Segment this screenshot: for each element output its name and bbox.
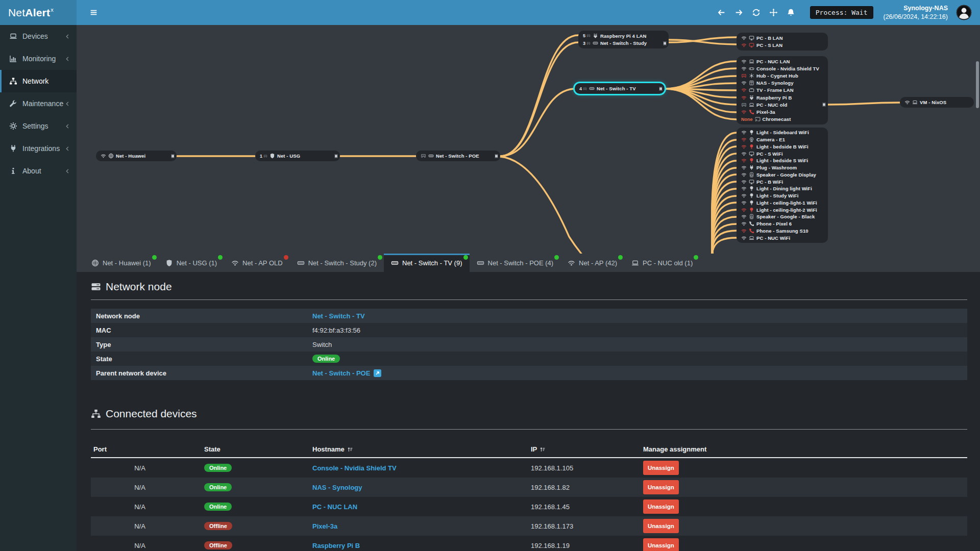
topology-node-tv-frame-lan[interactable]: TV - Frame LAN xyxy=(737,87,828,94)
fullscreen-move-button[interactable] xyxy=(766,5,781,20)
tab-net-huawei-1[interactable]: Net - Huawei (1) xyxy=(84,254,158,272)
sidebar-item-network[interactable]: Network xyxy=(0,70,77,92)
sidebar-item-label: Settings xyxy=(22,122,48,130)
host-name: Synology-NAS xyxy=(884,4,948,12)
back-arrow-button[interactable] xyxy=(714,5,729,20)
topology-node-chromecast[interactable]: NoneChromecast xyxy=(737,116,828,123)
hostname-link[interactable]: Pixel-3a xyxy=(312,522,337,530)
topology-node-light-study-wifi[interactable]: Light - Study WiFi xyxy=(737,192,828,199)
topology-node-light-dining-light-wifi[interactable]: Light - Dining light WiFi xyxy=(737,185,828,192)
topology-node-pc-s-lan[interactable]: PC - S LAN xyxy=(737,42,828,49)
topology-node-light-sideboard-wifi[interactable]: Light - Sideboard WiFi xyxy=(737,129,828,136)
topology-node-net-usg[interactable]: 1Net - USG xyxy=(255,151,340,161)
topology-node-speaker-google-display[interactable]: Speaker - Google Display xyxy=(737,171,828,179)
topology-node-raspberry-pi-b[interactable]: Raspberry Pi B xyxy=(737,94,828,101)
node-connector xyxy=(495,154,498,158)
unassign-button[interactable]: Unassign xyxy=(643,480,679,494)
sidebar-item-settings[interactable]: Settings xyxy=(0,115,77,137)
ethernet-port-icon xyxy=(263,154,267,158)
node-connector xyxy=(663,41,667,45)
topology-node-pc-nuc-lan[interactable]: PC - NUC LAN xyxy=(737,58,828,65)
device-label: PC - B WiFi xyxy=(756,179,783,185)
topology-node-pc-b-lan[interactable]: PC - B LAN xyxy=(737,34,828,42)
hostname-link[interactable]: NAS - Synology xyxy=(312,484,362,491)
topology-node-phone-pixel-6[interactable]: Phone - Pixel 6 xyxy=(737,220,828,228)
topology-node-plug-washroom[interactable]: Plug - Washroom xyxy=(737,164,828,171)
sidebar-item-monitoring[interactable]: Monitoring xyxy=(0,47,77,70)
chevron-left-icon xyxy=(65,34,70,39)
topology-node-phone-samsung-s10[interactable]: Phone - Samsung S10 xyxy=(737,228,828,235)
topology-node-net-switch-poe[interactable]: Net - Switch - POE xyxy=(416,151,500,161)
hostname-link[interactable]: Raspberry Pi B xyxy=(312,542,360,549)
status-dot-green xyxy=(378,255,382,260)
sidebar-item-integrations[interactable]: Integrations xyxy=(0,137,77,160)
unassign-button[interactable]: Unassign xyxy=(643,461,679,475)
device-label: Plug - Washroom xyxy=(756,165,797,170)
sidebar-item-devices[interactable]: Devices xyxy=(0,25,77,47)
unassign-button[interactable]: Unassign xyxy=(643,519,679,533)
sidebar-item-about[interactable]: About xyxy=(0,160,77,182)
shield-icon xyxy=(165,259,173,267)
topology-node-light-ceiling-light-1-wifi[interactable]: Light - ceiling-light-1 WiFi xyxy=(737,199,828,207)
tab-net-usg-1[interactable]: Net - USG (1) xyxy=(158,254,224,272)
hostname-link[interactable]: Console - Nvidia Shield TV xyxy=(312,464,397,472)
tab-net-switch-tv-9[interactable]: Net - Switch - TV (9) xyxy=(384,254,470,272)
topology-node-console-nvidia-shield-tv[interactable]: Console - Nvidia Shield TV xyxy=(737,65,828,72)
app-logo[interactable]: NetAlertx xyxy=(0,0,77,25)
eth-icon xyxy=(741,73,747,79)
tab-label: Net - AP (42) xyxy=(579,259,617,267)
topology-node-pc-nuc-wifi[interactable]: PC - NUC WiFi xyxy=(737,234,828,241)
user-avatar[interactable] xyxy=(956,5,972,20)
topology-node-net-switch-tv[interactable]: 4Net - Switch - TV xyxy=(575,83,665,94)
topology-node-light-bedside-b-wifi[interactable]: Light - bedside B WiFi xyxy=(737,143,828,151)
column-header-hostname[interactable]: Hostname xyxy=(312,445,531,453)
detail-label: Network node xyxy=(91,312,312,320)
topology-node-speaker-google-black[interactable]: Speaker - Google - Black xyxy=(737,213,828,220)
hostname-link[interactable]: PC - NUC LAN xyxy=(312,503,357,511)
chart-icon xyxy=(9,55,17,63)
topology-node-net-huawei[interactable]: Net - Huawei xyxy=(96,151,177,161)
refresh-button[interactable] xyxy=(749,5,764,20)
topology-node-pc-nuc-old[interactable]: PC - NUC old xyxy=(737,101,828,108)
tab-net-switch-poe-4[interactable]: Net - Switch - POE (4) xyxy=(470,254,561,272)
topology-node-pixel-3a[interactable]: Pixel-3a xyxy=(737,108,828,115)
topology-node-nas-synology[interactable]: NAS - Synology xyxy=(737,80,828,87)
tab-net-ap-old[interactable]: Net - AP OLD xyxy=(224,254,290,272)
port-label: 1 xyxy=(260,154,267,159)
plug-icon xyxy=(9,144,17,153)
external-link-icon[interactable] xyxy=(374,369,381,377)
tab-net-ap-42[interactable]: Net - AP (42) xyxy=(560,254,624,272)
topology-node-pc-b-wifi[interactable]: PC - B WiFi xyxy=(737,178,828,185)
node-connector xyxy=(822,103,826,107)
tab-net-switch-study-2[interactable]: Net - Switch - Study (2) xyxy=(290,254,384,272)
scrollbar-thumb[interactable] xyxy=(976,61,979,108)
topology-node-pc-s-wifi[interactable]: PC - S WiFi xyxy=(737,150,828,157)
sidebar-toggle-button[interactable] xyxy=(85,4,102,21)
connected-devices-title: Connected devices xyxy=(91,408,967,420)
wifi-icon xyxy=(741,144,747,149)
topology-node-light-bedside-s-wifi[interactable]: Light - bedside S WiFi xyxy=(737,157,828,164)
notifications-button[interactable] xyxy=(783,5,799,20)
monitor-icon xyxy=(749,35,754,41)
tab-pc-nuc-old-1[interactable]: PC - NUC old (1) xyxy=(624,254,700,272)
column-header-manage-assignment: Manage assignment xyxy=(643,445,967,453)
topology-node-light-ceiling-light-2-wifi[interactable]: Light - ceiling-light-2 WiFi xyxy=(737,206,828,213)
node-link[interactable]: Net - Switch - TV xyxy=(312,312,365,320)
topology-node-net-switch-study[interactable]: 3Net - Switch - Study xyxy=(578,40,669,47)
node-connector xyxy=(171,154,175,158)
section-divider xyxy=(91,299,967,300)
forward-arrow-button[interactable] xyxy=(731,5,747,20)
topology-node-vm-nixos[interactable]: VM - NixOS xyxy=(900,97,974,108)
parent-node-link[interactable]: Net - Switch - POE xyxy=(312,369,370,377)
topology-node-camera-e1[interactable]: Camera - E1 xyxy=(737,136,828,143)
user-avatar-icon xyxy=(956,5,972,20)
device-label: Net - Switch - POE xyxy=(436,153,479,159)
unassign-button[interactable]: Unassign xyxy=(643,538,679,551)
bulb-icon xyxy=(749,207,754,213)
unassign-button[interactable]: Unassign xyxy=(643,499,679,514)
port-label: None xyxy=(741,117,753,122)
topology-node-raspberry-pi-4-lan[interactable]: 5Raspberry Pi 4 LAN xyxy=(578,32,669,40)
column-header-ip[interactable]: IP xyxy=(531,445,643,453)
sidebar-item-maintenance[interactable]: Maintenance xyxy=(0,92,77,115)
topology-node-hub-cygnet-hub[interactable]: Hub - Cygnet Hub xyxy=(737,72,828,79)
